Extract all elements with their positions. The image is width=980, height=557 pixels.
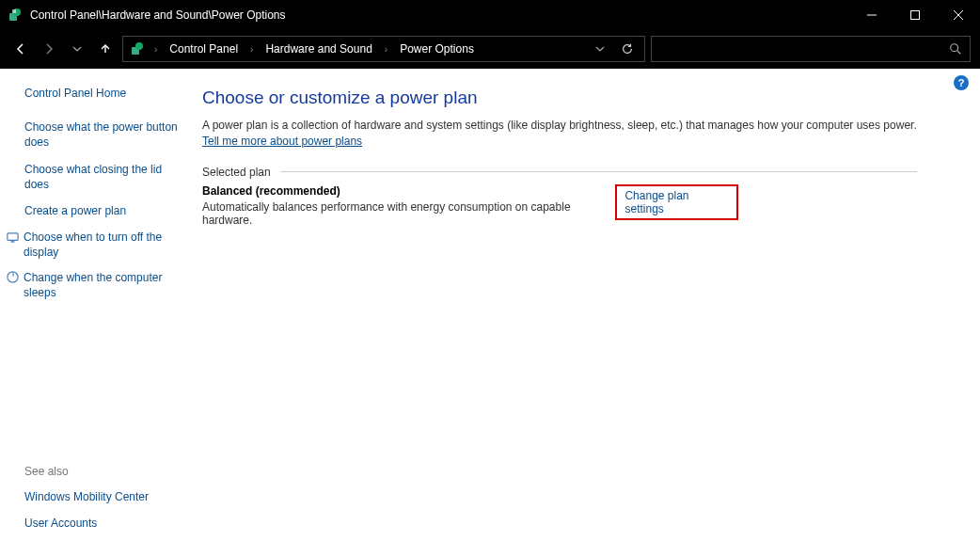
address-row: › Control Panel › Hardware and Sound › P… — [0, 29, 980, 69]
title-bar: Control Panel\Hardware and Sound\Power O… — [0, 0, 980, 29]
svg-line-10 — [957, 51, 961, 55]
sidebar-link-computer-sleeps[interactable]: Change when the computer sleeps — [24, 270, 187, 300]
sidebar-home-link[interactable]: Control Panel Home — [24, 86, 187, 101]
back-button[interactable] — [9, 38, 32, 60]
display-icon — [6, 230, 20, 245]
recent-locations-button[interactable] — [66, 38, 88, 60]
sidebar: Control Panel Home Choose what the power… — [0, 69, 202, 557]
see-also-mobility-center[interactable]: Windows Mobility Center — [24, 489, 187, 504]
app-icon — [8, 8, 23, 23]
window-controls — [850, 0, 980, 29]
divider — [280, 171, 917, 172]
main-panel: Choose or customize a power plan A power… — [202, 69, 955, 557]
content-area: Control Panel Home Choose what the power… — [0, 69, 980, 557]
breadcrumb-hardware-and-sound[interactable]: Hardware and Sound — [261, 42, 375, 56]
svg-rect-2 — [12, 9, 16, 13]
search-icon[interactable] — [949, 42, 962, 56]
sidebar-link-close-lid[interactable]: Choose what closing the lid does — [24, 162, 187, 192]
svg-rect-11 — [8, 232, 18, 240]
svg-rect-4 — [911, 10, 920, 19]
sidebar-link-turn-off-display[interactable]: Choose when to turn off the display — [24, 230, 187, 260]
close-button[interactable] — [937, 0, 980, 29]
address-bar[interactable]: › Control Panel › Hardware and Sound › P… — [122, 36, 645, 62]
breadcrumb-power-options[interactable]: Power Options — [396, 42, 478, 56]
svg-point-8 — [135, 42, 143, 50]
page-heading: Choose or customize a power plan — [202, 88, 917, 108]
help-icon: ? — [958, 77, 965, 88]
see-also-user-accounts[interactable]: User Accounts — [24, 516, 187, 531]
change-plan-settings-link[interactable]: Change plan settings — [615, 184, 738, 220]
sleep-icon — [6, 270, 20, 285]
svg-point-9 — [951, 44, 958, 52]
see-also-label: See also — [24, 465, 187, 478]
window-title: Control Panel\Hardware and Sound\Power O… — [30, 8, 286, 22]
minimize-button[interactable] — [850, 0, 893, 29]
help-button[interactable]: ? — [954, 75, 969, 90]
svg-rect-12 — [11, 241, 15, 242]
plan-description: Automatically balances performance with … — [202, 200, 615, 227]
chevron-right-icon[interactable]: › — [382, 44, 390, 55]
location-icon — [129, 40, 146, 57]
maximize-button[interactable] — [893, 0, 937, 29]
address-dropdown-button[interactable] — [590, 44, 610, 54]
up-button[interactable] — [94, 38, 117, 60]
plan-row: Balanced (recommended) Automatically bal… — [202, 184, 738, 227]
sidebar-link-power-button[interactable]: Choose what the power button does — [24, 119, 187, 150]
plan-name: Balanced (recommended) — [202, 184, 615, 198]
selected-plan-label: Selected plan — [202, 166, 271, 179]
sidebar-link-create-plan[interactable]: Create a power plan — [24, 203, 187, 218]
forward-button[interactable] — [38, 38, 60, 60]
search-input[interactable] — [659, 41, 949, 56]
selected-plan-header: Selected plan — [202, 166, 917, 179]
refresh-button[interactable] — [616, 42, 639, 56]
chevron-right-icon[interactable]: › — [247, 44, 256, 55]
description-text: A power plan is a collection of hardware… — [202, 119, 917, 132]
learn-more-link[interactable]: Tell me more about power plans — [202, 135, 362, 148]
chevron-right-icon[interactable]: › — [151, 44, 160, 55]
page-description: A power plan is a collection of hardware… — [202, 118, 917, 151]
breadcrumb-control-panel[interactable]: Control Panel — [166, 42, 242, 56]
search-box[interactable] — [651, 36, 971, 62]
